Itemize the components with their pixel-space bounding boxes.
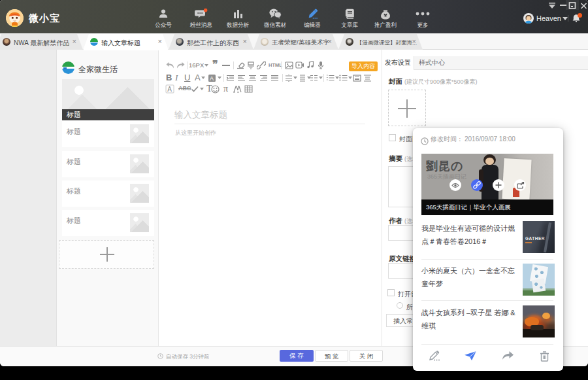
svg-text:A: A — [167, 86, 172, 93]
svg-text:A: A — [210, 75, 214, 82]
